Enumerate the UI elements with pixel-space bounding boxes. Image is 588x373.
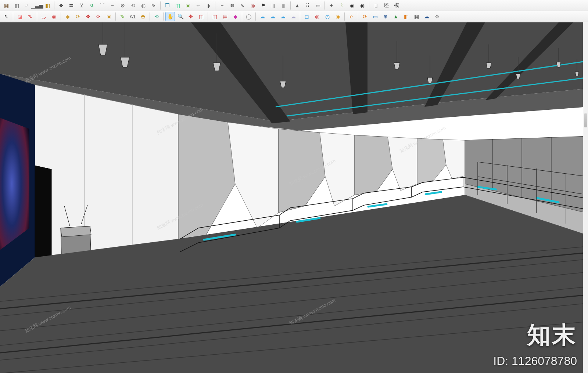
eraser-tool-icon[interactable]: ◪ bbox=[15, 12, 25, 21]
spiral-icon[interactable]: ◎ bbox=[248, 1, 258, 10]
rotate-obj-icon[interactable]: ◐ bbox=[139, 1, 148, 10]
palette-icon[interactable]: ◧ bbox=[401, 12, 411, 21]
enscape-icon[interactable]: ℮ bbox=[347, 12, 356, 21]
dim-icon[interactable]: ↔ bbox=[193, 1, 203, 10]
tag-1-icon[interactable]: ⌷ bbox=[371, 1, 381, 10]
checker-icon[interactable]: ▦ bbox=[412, 12, 421, 21]
double-line-icon[interactable]: 〓 bbox=[67, 1, 76, 10]
svg-marker-47 bbox=[35, 166, 51, 257]
component-2-icon[interactable]: ◫ bbox=[210, 12, 219, 21]
toolbar-separator bbox=[300, 12, 300, 21]
rotate-3d-icon[interactable]: ⟲ bbox=[128, 1, 138, 10]
svg-marker-20 bbox=[427, 77, 433, 83]
tree-icon[interactable]: ▲ bbox=[391, 12, 401, 21]
toolbar-separator bbox=[61, 12, 61, 21]
tv-icon[interactable]: ▭ bbox=[370, 12, 380, 21]
settings-gear-icon[interactable]: ⚙ bbox=[432, 12, 442, 21]
tag-2-icon[interactable]: 坯 bbox=[381, 1, 391, 10]
pan-tool-icon[interactable]: ✋ bbox=[165, 12, 175, 21]
svg-marker-46 bbox=[0, 118, 29, 250]
arc-icon[interactable]: ⌒ bbox=[97, 1, 107, 10]
road-icon[interactable]: ≋ bbox=[227, 1, 237, 10]
cloud-3-icon[interactable]: ☁ bbox=[278, 12, 288, 21]
toolbar-separator bbox=[13, 12, 13, 21]
flag-icon[interactable]: ⚑ bbox=[258, 1, 268, 10]
toolbar-separator bbox=[208, 12, 208, 21]
bezier-icon[interactable]: ~ bbox=[108, 1, 117, 10]
tag-3-icon[interactable]: 模 bbox=[392, 1, 401, 10]
coin2-icon[interactable]: ◉ bbox=[358, 1, 367, 10]
toolbar-separator bbox=[255, 12, 256, 21]
grid-icon[interactable]: ▦ bbox=[1, 1, 11, 10]
toolbar-row-1: ▦▥⟋▁▃▅◧❖〓⊻↯⌒~⊗⟲◐✎❒◫▣↔◗⌢≋∿◎⚑⫼⫼▲⠿▭✦⌇◉◉⌷坯模 bbox=[0, 0, 588, 11]
scale-tool-icon[interactable]: ▣ bbox=[104, 12, 114, 21]
rotate-tool-icon[interactable]: ⟳ bbox=[94, 12, 103, 21]
page-icon[interactable]: ▭ bbox=[313, 1, 323, 10]
svg-marker-22 bbox=[486, 63, 491, 68]
sandbox-icon[interactable]: ◧ bbox=[43, 1, 52, 10]
pencil-tool-icon[interactable]: ✎ bbox=[25, 12, 35, 21]
offset-tool-icon[interactable]: ⟳ bbox=[73, 12, 83, 21]
component-1-icon[interactable]: ◫ bbox=[196, 12, 206, 21]
move-tool-icon[interactable]: ✥ bbox=[83, 12, 93, 21]
cube-icon[interactable]: ▣ bbox=[183, 1, 193, 10]
arc-tool-icon[interactable]: ◡ bbox=[39, 12, 49, 21]
watermark-brand: 知末 bbox=[527, 319, 577, 351]
paint-tool-icon[interactable]: ◓ bbox=[138, 12, 148, 21]
layers-stack-icon[interactable]: ❒ bbox=[162, 1, 172, 10]
path-icon[interactable]: ∿ bbox=[238, 1, 247, 10]
scene-render bbox=[0, 22, 588, 373]
vertical-scrollbar[interactable] bbox=[583, 22, 588, 373]
toolbar-separator bbox=[115, 12, 116, 21]
arch-icon[interactable]: ⌢ bbox=[217, 1, 227, 10]
clean-icon[interactable]: ⌇ bbox=[337, 1, 347, 10]
circle-x-icon[interactable]: ⊗ bbox=[118, 1, 128, 10]
img-icon[interactable]: ▤ bbox=[220, 12, 230, 21]
orbit-tool-icon[interactable]: ⟲ bbox=[152, 12, 161, 21]
toolbar-separator bbox=[215, 1, 215, 10]
flip-h-icon[interactable]: ▲ bbox=[293, 1, 302, 10]
grid-dots-icon[interactable]: ⠿ bbox=[303, 1, 312, 10]
zoom-tool-icon[interactable]: 🔍 bbox=[176, 12, 185, 21]
select-tool-icon[interactable]: ↖ bbox=[1, 12, 11, 21]
coin-icon[interactable]: ◉ bbox=[347, 1, 357, 10]
tape-tool-icon[interactable]: ✎ bbox=[118, 12, 127, 21]
brush-icon[interactable]: ✎ bbox=[149, 1, 158, 10]
chrome-icon[interactable]: ◉ bbox=[333, 12, 343, 21]
scrollbar-thumb[interactable] bbox=[584, 113, 587, 127]
fence-icon[interactable]: ⫼ bbox=[269, 1, 278, 10]
fence-alt-icon[interactable]: ⫼ bbox=[279, 1, 288, 10]
slope-icon[interactable]: ⟋ bbox=[22, 1, 32, 10]
text-tool-icon[interactable]: A1 bbox=[128, 12, 137, 21]
toolbar-separator bbox=[325, 1, 325, 10]
anim-icon[interactable]: ◗ bbox=[204, 1, 213, 10]
shape-tool-icon[interactable]: ◎ bbox=[49, 12, 59, 21]
stamp-icon[interactable]: ⊻ bbox=[77, 1, 86, 10]
toolbar-separator bbox=[37, 12, 37, 21]
toolbar-separator bbox=[163, 12, 164, 21]
watermark-id: ID: 1126078780 bbox=[493, 354, 577, 368]
upload-cloud-icon[interactable]: ☁ bbox=[422, 12, 431, 21]
sync-icon[interactable]: ⟳ bbox=[360, 12, 370, 21]
compass-icon[interactable]: ✦ bbox=[327, 1, 336, 10]
follow-icon[interactable]: ↯ bbox=[87, 1, 97, 10]
cloud-4-icon[interactable]: ☁ bbox=[288, 12, 298, 21]
toolbar-separator bbox=[358, 12, 358, 21]
target-icon[interactable]: ◎ bbox=[312, 12, 322, 21]
bars-icon[interactable]: ▁▃▅ bbox=[32, 1, 42, 10]
model-viewport[interactable]: 知末网 www.znzmo.com 知末网 www.znzmo.com 知末网 … bbox=[0, 22, 588, 373]
column-icon[interactable]: ▥ bbox=[12, 1, 21, 10]
zoom-extents-tool-icon[interactable]: ✥ bbox=[186, 12, 196, 21]
cloud-1-icon[interactable]: ☁ bbox=[258, 12, 267, 21]
select-box-icon[interactable]: ◻ bbox=[302, 12, 312, 21]
cloud-2-icon[interactable]: ☁ bbox=[268, 12, 277, 21]
layer-icon[interactable]: ❖ bbox=[56, 1, 66, 10]
user-icon[interactable]: ◯ bbox=[244, 12, 254, 21]
pushpull-tool-icon[interactable]: ◆ bbox=[63, 12, 72, 21]
toolbar-separator bbox=[242, 12, 242, 21]
box-stack-icon[interactable]: ◫ bbox=[173, 1, 182, 10]
timer-icon[interactable]: ◷ bbox=[323, 12, 332, 21]
gem-icon[interactable]: ◆ bbox=[230, 12, 240, 21]
svg-marker-28 bbox=[575, 72, 579, 76]
add-circle-icon[interactable]: ⊕ bbox=[381, 12, 390, 21]
